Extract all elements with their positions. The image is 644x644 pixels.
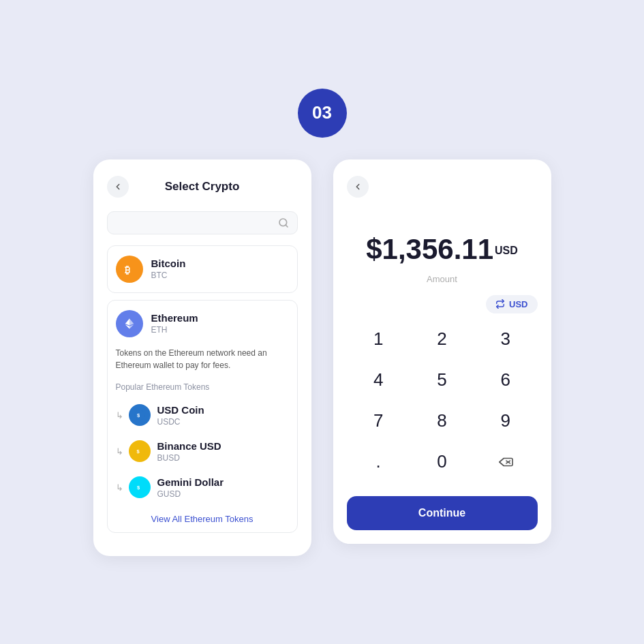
back-button[interactable] (107, 176, 129, 198)
amount-display: $1,356.11USD (347, 211, 538, 271)
svg-marker-6 (125, 324, 129, 328)
amount-value: $1,356.11 (366, 233, 493, 265)
bitcoin-item[interactable]: ₿ Bitcoin BTC (107, 245, 298, 293)
gusd-icon: $ (129, 476, 151, 498)
bitcoin-info: Bitcoin BTC (151, 258, 186, 280)
ethereum-item[interactable]: Ethereum ETH (108, 301, 297, 347)
usdc-ticker: USDC (157, 417, 204, 427)
usdc-token-item[interactable]: ↳ $ USD Coin USDC (108, 397, 297, 433)
key-dot[interactable]: . (347, 442, 410, 482)
svg-line-1 (286, 225, 288, 227)
currency-toggle-button[interactable]: USD (486, 295, 537, 313)
amount-panel: $1,356.11USD Amount USD 1 2 3 4 5 6 7 8 (333, 159, 551, 544)
busd-info: Binance USD BUSD (157, 440, 221, 463)
busd-name: Binance USD (157, 440, 221, 452)
amount-label: Amount (347, 274, 538, 284)
svg-marker-4 (125, 318, 129, 325)
swap-icon (495, 299, 505, 309)
continue-button[interactable]: Continue (347, 496, 538, 530)
key-3[interactable]: 3 (474, 319, 537, 360)
popular-tokens-label: Popular Ethereum Tokens (108, 378, 297, 397)
svg-point-9 (134, 446, 144, 457)
busd-symbol: $ (134, 445, 146, 457)
usdc-icon: $ (129, 404, 151, 426)
panels-container: Select Crypto ₿ Bitcoin BTC (93, 159, 551, 556)
search-input[interactable] (116, 217, 278, 228)
amount-currency-code: USD (495, 245, 518, 256)
sub-arrow-gusd: ↳ (116, 482, 123, 493)
key-9[interactable]: 9 (474, 401, 537, 442)
sub-arrow-usdc: ↳ (116, 410, 123, 420)
key-4[interactable]: 4 (347, 360, 410, 401)
search-box (107, 211, 298, 234)
key-5[interactable]: 5 (410, 360, 474, 401)
bitcoin-ticker: BTC (151, 271, 186, 280)
key-2[interactable]: 2 (410, 319, 474, 360)
busd-ticker: BUSD (157, 453, 221, 463)
gusd-symbol: $ (134, 481, 146, 493)
usdc-info: USD Coin USDC (157, 404, 204, 427)
panel-title: Select Crypto (165, 180, 240, 194)
ethereum-section: Ethereum ETH Tokens on the Ethereum netw… (107, 300, 298, 533)
ethereum-info: Ethereum ETH (151, 312, 198, 335)
right-panel-header (347, 176, 538, 198)
right-back-icon (353, 182, 363, 191)
numpad: 1 2 3 4 5 6 7 8 9 . 0 (347, 319, 538, 482)
key-delete[interactable] (474, 442, 537, 482)
busd-icon: $ (129, 440, 151, 462)
sub-arrow-busd: ↳ (116, 446, 123, 457)
svg-marker-3 (129, 318, 134, 325)
bitcoin-icon: ₿ (116, 256, 143, 283)
bitcoin-name: Bitcoin (151, 258, 186, 269)
gusd-name: Gemini Dollar (157, 476, 224, 488)
gusd-ticker: GUSD (157, 489, 224, 499)
view-all-ethereum-link[interactable]: View All Ethereum Tokens (108, 506, 297, 532)
delete-icon (498, 456, 513, 468)
currency-toggle-label: USD (509, 299, 527, 309)
key-7[interactable]: 7 (347, 401, 410, 442)
usdc-name: USD Coin (157, 404, 204, 416)
key-0[interactable]: 0 (410, 442, 474, 482)
step-number: 03 (312, 102, 332, 123)
svg-marker-5 (129, 324, 134, 328)
busd-token-item[interactable]: ↳ $ Binance USD BUSD (108, 433, 297, 470)
usdc-symbol: $ (134, 409, 146, 421)
ethereum-note: Tokens on the Ethereum network need an E… (108, 347, 297, 378)
eth-symbol (123, 317, 136, 331)
panel-header: Select Crypto (107, 176, 298, 198)
key-6[interactable]: 6 (474, 360, 537, 401)
back-icon (113, 182, 123, 191)
ethereum-icon (116, 310, 143, 337)
select-crypto-panel: Select Crypto ₿ Bitcoin BTC (93, 159, 311, 556)
svg-text:₿: ₿ (124, 264, 129, 275)
gusd-info: Gemini Dollar GUSD (157, 476, 224, 499)
key-1[interactable]: 1 (347, 319, 410, 360)
ethereum-ticker: ETH (151, 325, 198, 335)
btc-symbol: ₿ (122, 262, 137, 277)
step-badge: 03 (298, 89, 347, 138)
gusd-token-item[interactable]: ↳ $ Gemini Dollar GUSD (108, 470, 297, 506)
key-8[interactable]: 8 (410, 401, 474, 442)
ethereum-name: Ethereum (151, 312, 198, 324)
currency-toggle-row: USD (347, 295, 538, 313)
search-icon (278, 217, 289, 228)
right-back-button[interactable] (347, 176, 369, 198)
